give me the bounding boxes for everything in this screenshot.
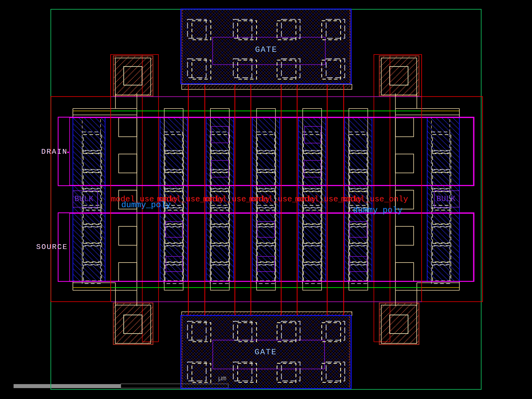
svg-text:model_use_only: model_use_only bbox=[341, 195, 408, 204]
svg-text:dummy_poly: dummy_poly bbox=[121, 200, 171, 210]
svg-text:DRAIN: DRAIN bbox=[41, 148, 68, 156]
svg-text:BULK: BULK bbox=[437, 195, 456, 203]
svg-text:GATE: GATE bbox=[255, 348, 277, 357]
svg-text:dummy_poly: dummy_poly bbox=[353, 206, 402, 215]
svg-text:GATE: GATE bbox=[255, 45, 277, 54]
svg-text:SOURCE: SOURCE bbox=[36, 243, 68, 251]
svg-text:BULK: BULK bbox=[74, 195, 94, 203]
svg-text:µm: µm bbox=[218, 375, 226, 383]
